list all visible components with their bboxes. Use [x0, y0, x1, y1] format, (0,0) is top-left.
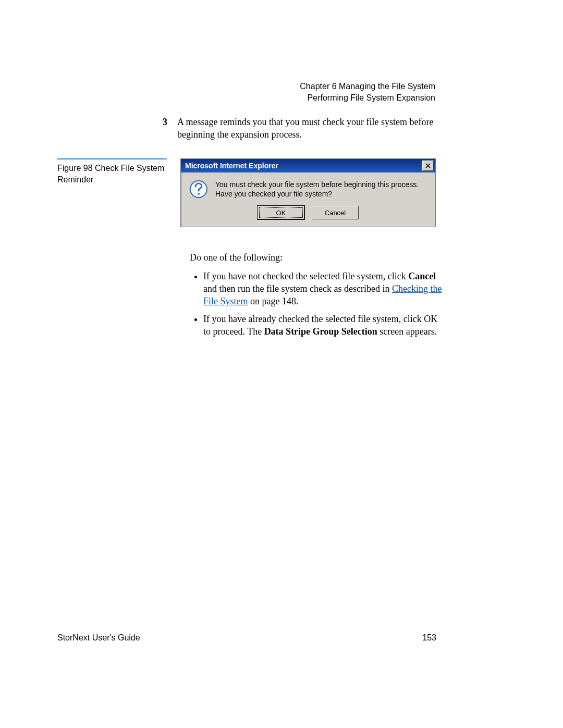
screen-name: Data Stripe Group Selection [264, 326, 377, 337]
cancel-button[interactable]: Cancel [312, 206, 359, 219]
page-footer: StorNext User's Guide 153 [57, 633, 436, 643]
dialog-line1: You must check your file system before b… [215, 180, 419, 189]
dialog-body: You must check your file system before b… [181, 172, 435, 203]
step-text: A message reminds you that you must chec… [177, 117, 433, 140]
question-mark-icon [189, 180, 208, 199]
page-number: 153 [422, 633, 436, 643]
close-icon [425, 162, 431, 170]
figure-caption: Figure 98 Check File System Reminder [57, 158, 167, 186]
dialog-message: You must check your file system before b… [215, 180, 419, 199]
bullet-1: If you have not checked the selected fil… [203, 270, 445, 307]
svg-point-1 [198, 193, 200, 195]
instructions-block: Do one of the following: If you have not… [190, 251, 445, 343]
dialog-button-row: OK Cancel [181, 203, 435, 227]
dialog-line2: Have you checked your file system? [215, 189, 419, 199]
step-number: 3 [163, 116, 167, 128]
guide-name: StorNext User's Guide [57, 633, 140, 643]
page-header: Chapter 6 Managing the File System Perfo… [300, 81, 435, 104]
ie-dialog: Microsoft Internet Explorer You must che… [180, 158, 436, 227]
ok-button[interactable]: OK [258, 206, 304, 219]
dialog-titlebar: Microsoft Internet Explorer [181, 159, 435, 172]
dialog-title: Microsoft Internet Explorer [185, 162, 278, 170]
bullet-2: If you have already checked the selected… [203, 313, 445, 338]
close-button[interactable] [422, 161, 434, 171]
instructions-intro: Do one of the following: [190, 251, 445, 264]
cancel-word: Cancel [408, 271, 436, 281]
section-label: Performing File System Expansion [300, 92, 435, 104]
chapter-label: Chapter 6 Managing the File System [300, 81, 435, 92]
step-3-paragraph: 3 A message reminds you that you must ch… [177, 116, 440, 141]
